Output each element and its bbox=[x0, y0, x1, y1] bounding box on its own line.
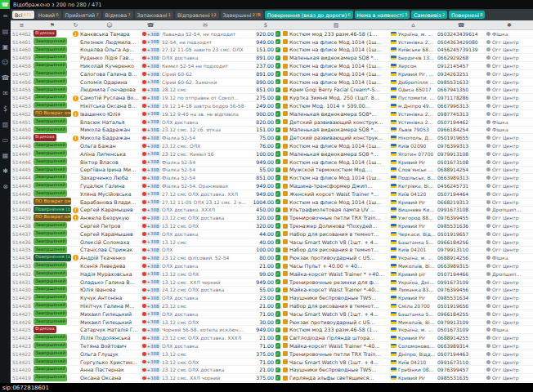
table-row[interactable]: 514460ЗавершенийКоцелва Ольга Ар…+38В27.… bbox=[11, 47, 533, 55]
phone-chip[interactable]: +38В bbox=[141, 287, 161, 293]
status-badge[interactable]: Завершений bbox=[34, 86, 67, 93]
status-badge[interactable]: Повернення (з.. bbox=[34, 254, 71, 261]
phone-chip[interactable]: +38В bbox=[141, 231, 161, 237]
table-row[interactable]: 514443ЗавершенийГуцалюк Галина+38ВФіалка… bbox=[11, 182, 533, 190]
table-row[interactable]: 514436ЗавершенийОлексій Соломаха+38В13.1… bbox=[11, 238, 533, 247]
phone-chip[interactable]: +38В bbox=[141, 303, 161, 309]
phone-chip[interactable]: +38В bbox=[141, 143, 161, 149]
phone-chip[interactable]: +38В bbox=[141, 351, 161, 357]
logout-icon[interactable]: ⊗ bbox=[2, 184, 8, 190]
phone-chip[interactable]: +38В bbox=[141, 135, 161, 140]
phone-chip[interactable]: +38В bbox=[141, 127, 161, 133]
phone-chip[interactable]: +38В bbox=[141, 39, 161, 45]
tab-refused[interactable]: Відмова7 bbox=[103, 11, 133, 19]
phone-chip[interactable]: +38В bbox=[141, 159, 161, 165]
phone-chip[interactable]: +38В bbox=[141, 239, 161, 245]
status-badge[interactable]: Завершений bbox=[34, 62, 67, 69]
status-badge[interactable]: Завершений bbox=[34, 270, 67, 277]
column-header-phone[interactable]: ☎ bbox=[140, 22, 161, 29]
status-badge[interactable]: Завершений bbox=[34, 286, 67, 293]
table-row[interactable]: 514438ЗавершенийСергей Петров+38В13.12 с… bbox=[11, 222, 533, 230]
status-badge[interactable]: Завершений bbox=[34, 310, 67, 317]
dashboard-icon[interactable]: ▤ bbox=[2, 29, 9, 35]
table-row[interactable]: 514422ЗавершенийОльга Глущук+38В13.12 см… bbox=[11, 350, 533, 359]
table-row[interactable]: 514429ЗавершенийКучук Антоніна+38ВОЛХ до… bbox=[11, 294, 533, 302]
status-badge[interactable]: ПО Возврат ож. bbox=[34, 198, 71, 205]
phone-chip[interactable]: +38В bbox=[141, 119, 161, 125]
table-row[interactable]: 514426ЗавершенийМихаил Гилецький+38В13.1… bbox=[11, 318, 533, 327]
table-row[interactable]: 514444ЗавершенийЗахарченко Люба+38ВФіалк… bbox=[11, 174, 533, 182]
status-badge[interactable]: Завершений bbox=[34, 189, 67, 197]
status-badge[interactable]: Завершений bbox=[34, 318, 67, 325]
phone-chip[interactable]: +38В bbox=[141, 343, 161, 349]
table-row[interactable]: 514447ЗавершенийАліна Липенська+38В23.12… bbox=[11, 150, 533, 158]
settings-icon[interactable]: ✱ bbox=[2, 168, 8, 175]
status-badge[interactable]: Завершений bbox=[34, 366, 67, 373]
status-badge[interactable]: Завершений bbox=[34, 246, 67, 253]
table-row[interactable]: 514431ЗавершенийОладько Галина В…+38В13.… bbox=[11, 278, 533, 287]
tab-shipped[interactable]: Відправлені12 bbox=[175, 11, 219, 19]
phone-chip[interactable]: +38В bbox=[141, 359, 161, 365]
phone-chip[interactable]: +38В bbox=[141, 167, 161, 173]
phone-chip[interactable]: +38В bbox=[141, 375, 161, 381]
phone-chip[interactable]: +38В bbox=[141, 255, 161, 261]
tab-out-of-stock[interactable]: Нема в наявності3 bbox=[355, 11, 410, 19]
table-row[interactable]: 514424ЗавершенийЛілія Подолянська+38В23.… bbox=[11, 334, 533, 342]
phone-chip[interactable]: +38В bbox=[141, 151, 161, 157]
tab-new[interactable]: Новий6 bbox=[36, 11, 61, 19]
status-badge[interactable]: Завершений bbox=[34, 166, 67, 173]
phone-chip[interactable]: +38В bbox=[141, 87, 161, 93]
phone-chip[interactable]: +38В bbox=[141, 327, 161, 333]
column-header-location[interactable]: ⌂ bbox=[390, 22, 437, 29]
orders-icon[interactable]: ▣ bbox=[2, 44, 9, 51]
status-badge[interactable]: ПО Возврат ож. bbox=[34, 214, 71, 221]
tab-completed[interactable]: Завершені278 bbox=[221, 11, 263, 19]
table-row[interactable]: 514440Повернення (з..!Сергей Карамышев+3… bbox=[11, 207, 533, 215]
table-row[interactable]: 514455ЗавершенийЛюдмила Гончарова+38В28.… bbox=[11, 87, 533, 95]
phone-chip[interactable]: +38В bbox=[141, 215, 161, 220]
status-badge[interactable]: Завершений bbox=[34, 69, 67, 77]
phone-chip[interactable]: +38В bbox=[141, 319, 161, 325]
table-row[interactable]: 514427ЗавершенийМихаил Гилецький+38ВОЛХ … bbox=[11, 310, 533, 318]
status-badge[interactable]: Завершений bbox=[34, 222, 67, 229]
finance-icon[interactable]: $ bbox=[3, 106, 7, 113]
phone-chip[interactable]: +38В bbox=[141, 335, 161, 341]
table-row[interactable]: 514433ЗавершенийКсенія Леведева+38ВОЛХ д… bbox=[11, 262, 533, 270]
column-header-phone2[interactable]: ☎ bbox=[437, 22, 486, 29]
status-badge[interactable]: ПО Возврат ож. bbox=[34, 109, 71, 117]
phone-chip[interactable]: +38В bbox=[141, 63, 161, 69]
table-row[interactable]: 514446ЗавершенийВіктор Власов+38ВФіалка … bbox=[11, 158, 533, 167]
status-badge[interactable]: Завершений bbox=[34, 358, 67, 365]
column-header-comment[interactable]: ✉ bbox=[161, 22, 249, 29]
table-row[interactable]: 514437ЗавершенийСергей Карамышев+38ВОЛХ … bbox=[11, 230, 533, 238]
column-header-source[interactable]: ✱ bbox=[486, 22, 533, 29]
phone-chip[interactable]: +38В bbox=[141, 31, 161, 37]
status-badge[interactable]: Завершений bbox=[34, 38, 67, 45]
phone-chip[interactable]: +38В bbox=[141, 47, 161, 53]
status-badge[interactable]: Відмова bbox=[34, 326, 56, 333]
products-icon[interactable]: ▥ bbox=[2, 122, 9, 128]
table-row[interactable]: 514445ЗавершенийСергіївна Ірина Ми…+38ВФ… bbox=[11, 167, 533, 175]
status-badge[interactable]: Завершений bbox=[34, 102, 67, 109]
phone-chip[interactable]: +38В bbox=[141, 199, 161, 205]
status-badge[interactable]: Завершений bbox=[34, 54, 67, 61]
phone-chip[interactable]: +38В bbox=[141, 55, 161, 60]
status-badge[interactable]: Завершений bbox=[34, 182, 67, 189]
table-row[interactable]: 514430ЗавершенийЮлія Іванова+38В24.12 см… bbox=[11, 287, 533, 295]
status-badge[interactable]: Завершений bbox=[34, 149, 67, 157]
table-row[interactable]: 514432ЗавершенийНадія Мураховська+38В13.… bbox=[11, 270, 533, 278]
table-row[interactable]: 514461ЗавершенийБлезнюк Людмила…+38В52-5… bbox=[11, 38, 533, 47]
status-badge[interactable]: Завершений bbox=[34, 126, 67, 133]
table-row[interactable]: 514459ЗавершенийРуденко Лідія Гав…+38ВОЛ… bbox=[11, 54, 533, 62]
table-row[interactable]: 514456ЗавершенийСоломія Одарина+38ВСірий… bbox=[11, 78, 533, 87]
phone-chip[interactable]: +38В bbox=[141, 223, 161, 229]
table-row[interactable]: 514419ЗавершенийОксана Оксана+38В13.12 с… bbox=[11, 374, 533, 382]
table-row[interactable]: 514425ВідмоваСатарчук Наталія Г…+38ВЧорн… bbox=[11, 326, 533, 334]
column-header-product[interactable]: ▥ bbox=[282, 22, 390, 29]
column-header-id[interactable]: ≡ bbox=[11, 22, 33, 29]
stats-icon[interactable]: ▦ bbox=[2, 153, 9, 159]
phone-chip[interactable]: +38В bbox=[141, 207, 161, 213]
column-header-client[interactable]: ☺ bbox=[79, 22, 140, 29]
column-header-status[interactable]: ⚑ bbox=[33, 22, 72, 29]
status-badge[interactable]: Завершений bbox=[34, 229, 67, 237]
